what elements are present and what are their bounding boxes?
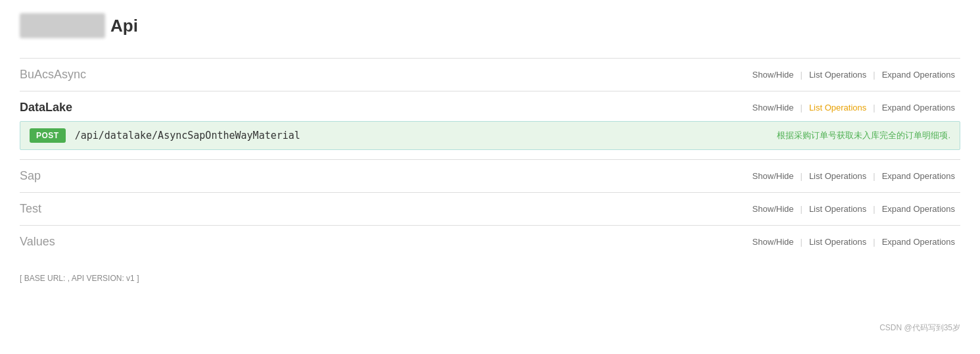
section-actions-test: Show/Hide|List Operations|Expand Operati… <box>747 203 960 215</box>
api-title: Api <box>110 16 138 36</box>
separator: | <box>800 70 802 80</box>
separator: | <box>800 171 802 181</box>
show-hide-bu-acs-async[interactable]: Show/Hide <box>747 68 799 81</box>
footer-credit: CSDN @代码写到35岁 <box>20 322 960 334</box>
section-row-sap: SapShow/Hide|List Operations|Expand Oper… <box>20 169 960 183</box>
section-actions-sap: Show/Hide|List Operations|Expand Operati… <box>747 170 960 182</box>
expand-ops-test[interactable]: Expand Operations <box>877 203 960 215</box>
separator: | <box>873 70 875 80</box>
section-values: ValuesShow/Hide|List Operations|Expand O… <box>20 225 960 258</box>
header: Api <box>20 13 960 38</box>
separator: | <box>873 103 875 113</box>
api-version-value: v1 <box>126 274 135 283</box>
section-sap: SapShow/Hide|List Operations|Expand Oper… <box>20 159 960 192</box>
endpoint-data-lake[interactable]: POST/api/datalake/AsyncSapOntheWayMateri… <box>20 121 960 150</box>
show-hide-data-lake[interactable]: Show/Hide <box>747 101 799 114</box>
show-hide-values[interactable]: Show/Hide <box>747 236 799 248</box>
section-row-data-lake: DataLakeShow/Hide|List Operations|Expand… <box>20 101 960 114</box>
section-row-bu-acs-async: BuAcsAsyncShow/Hide|List Operations|Expa… <box>20 68 960 82</box>
expand-ops-values[interactable]: Expand Operations <box>877 236 960 248</box>
endpoint-left: POST/api/datalake/AsyncSapOntheWayMateri… <box>30 128 300 143</box>
section-actions-values: Show/Hide|List Operations|Expand Operati… <box>747 236 960 248</box>
base-url-label: BASE URL: <box>24 274 66 283</box>
expand-ops-sap[interactable]: Expand Operations <box>877 170 960 182</box>
footer-bracket-open: [ <box>20 274 24 283</box>
show-hide-test[interactable]: Show/Hide <box>747 203 799 215</box>
separator: | <box>873 237 875 247</box>
separator: | <box>873 171 875 181</box>
api-version-label: API VERSION: <box>72 274 124 283</box>
separator: | <box>873 204 875 214</box>
section-name-sap: Sap <box>20 169 41 183</box>
show-hide-sap[interactable]: Show/Hide <box>747 170 799 182</box>
endpoint-description: 根据采购订单号获取未入库完全的订单明细项. <box>777 130 950 141</box>
list-ops-values[interactable]: List Operations <box>804 236 872 248</box>
section-data-lake: DataLakeShow/Hide|List Operations|Expand… <box>20 91 960 159</box>
section-name-data-lake: DataLake <box>20 101 72 114</box>
section-actions-bu-acs-async: Show/Hide|List Operations|Expand Operati… <box>747 68 960 81</box>
endpoint-path: /api/datalake/AsyncSapOntheWayMaterial <box>75 130 300 141</box>
section-test: TestShow/Hide|List Operations|Expand Ope… <box>20 192 960 225</box>
section-row-values: ValuesShow/Hide|List Operations|Expand O… <box>20 235 960 249</box>
section-row-test: TestShow/Hide|List Operations|Expand Ope… <box>20 202 960 216</box>
footer-bracket-close: ] <box>137 274 139 283</box>
expand-ops-bu-acs-async[interactable]: Expand Operations <box>877 68 960 81</box>
list-ops-data-lake[interactable]: List Operations <box>804 101 872 114</box>
separator: | <box>800 103 802 113</box>
logo-placeholder <box>20 13 105 38</box>
method-badge: POST <box>30 128 66 143</box>
list-ops-sap[interactable]: List Operations <box>804 170 872 182</box>
separator: | <box>800 237 802 247</box>
expand-ops-data-lake[interactable]: Expand Operations <box>877 101 960 114</box>
section-bu-acs-async: BuAcsAsyncShow/Hide|List Operations|Expa… <box>20 58 960 91</box>
section-name-bu-acs-async: BuAcsAsync <box>20 68 86 82</box>
page-container: Api BuAcsAsyncShow/Hide|List Operations|… <box>20 13 960 334</box>
footer-info: [ BASE URL: , API VERSION: v1 ] <box>20 274 960 283</box>
list-ops-test[interactable]: List Operations <box>804 203 872 215</box>
section-name-values: Values <box>20 235 55 249</box>
sections-list: BuAcsAsyncShow/Hide|List Operations|Expa… <box>20 58 960 258</box>
separator: | <box>800 204 802 214</box>
section-actions-data-lake: Show/Hide|List Operations|Expand Operati… <box>747 101 960 114</box>
credit-text: CSDN @代码写到35岁 <box>879 323 960 332</box>
list-ops-bu-acs-async[interactable]: List Operations <box>804 68 872 81</box>
section-name-test: Test <box>20 202 41 216</box>
